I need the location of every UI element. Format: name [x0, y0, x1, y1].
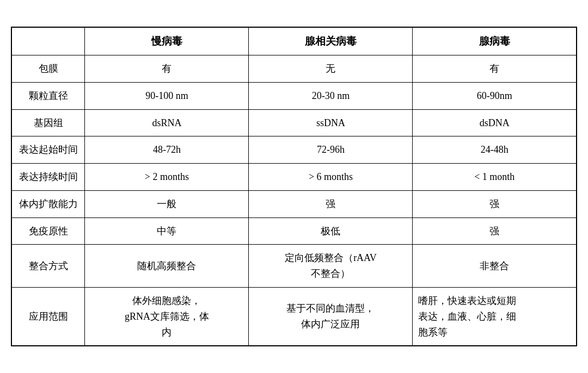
header-adenovirus: 腺病毒	[413, 27, 577, 55]
genome-aav: ssDNA	[249, 109, 413, 136]
envelope-aav: 无	[249, 55, 413, 82]
expr-dur-aav: > 6 months	[249, 164, 413, 191]
expr-dur-lenti: > 2 months	[85, 164, 249, 191]
row-expression-duration: 表达持续时间 > 2 months > 6 months < 1 month	[11, 164, 577, 191]
spread-aav: 强	[249, 190, 413, 217]
header-aav: 腺相关病毒	[249, 27, 413, 55]
integ-adeno: 非整合	[413, 245, 577, 288]
immuno-lenti: 中等	[85, 217, 249, 245]
header-empty	[11, 27, 85, 55]
label-genome: 基因组	[11, 109, 85, 136]
label-integration: 整合方式	[11, 245, 85, 288]
row-particle-size: 颗粒直径 90-100 nm 20-30 nm 60-90nm	[11, 82, 577, 109]
app-adeno: 嗜肝，快速表达或短期 表达，血液、心脏，细 胞系等	[413, 288, 577, 346]
genome-lenti: dsRNA	[85, 109, 249, 136]
integ-aav: 定向低频整合（rAAV 不整合）	[249, 245, 413, 288]
spread-adeno: 强	[413, 190, 577, 217]
label-immunogenicity: 免疫原性	[11, 217, 85, 245]
virus-comparison-table: 慢病毒 腺相关病毒 腺病毒 包膜 有 无 有 颗粒直径 90-100 nm 20…	[11, 27, 577, 347]
immuno-adeno: 强	[413, 217, 577, 245]
particle-aav: 20-30 nm	[249, 82, 413, 109]
envelope-adeno: 有	[413, 55, 577, 82]
expr-start-aav: 72-96h	[249, 136, 413, 164]
row-immunogenicity: 免疫原性 中等 极低 强	[11, 217, 577, 245]
row-integration: 整合方式 随机高频整合 定向低频整合（rAAV 不整合） 非整合	[11, 245, 577, 288]
spread-lenti: 一般	[85, 190, 249, 217]
row-application: 应用范围 体外细胞感染， gRNA文库筛选，体 内 基于不同的血清型， 体内广泛…	[11, 288, 577, 346]
row-envelope: 包膜 有 无 有	[11, 55, 577, 82]
comparison-table-container: 慢病毒 腺相关病毒 腺病毒 包膜 有 无 有 颗粒直径 90-100 nm 20…	[11, 27, 577, 347]
envelope-lenti: 有	[85, 55, 249, 82]
label-expression-duration: 表达持续时间	[11, 164, 85, 191]
label-envelope: 包膜	[11, 55, 85, 82]
app-lenti: 体外细胞感染， gRNA文库筛选，体 内	[85, 288, 249, 346]
integ-lenti: 随机高频整合	[85, 245, 249, 288]
expr-start-lenti: 48-72h	[85, 136, 249, 164]
immuno-aav: 极低	[249, 217, 413, 245]
row-genome: 基因组 dsRNA ssDNA dsDNA	[11, 109, 577, 136]
label-expression-start: 表达起始时间	[11, 136, 85, 164]
app-aav: 基于不同的血清型， 体内广泛应用	[249, 288, 413, 346]
label-particle-size: 颗粒直径	[11, 82, 85, 109]
label-spread: 体内扩散能力	[11, 190, 85, 217]
expr-dur-adeno: < 1 month	[413, 164, 577, 191]
particle-lenti: 90-100 nm	[85, 82, 249, 109]
header-row: 慢病毒 腺相关病毒 腺病毒	[11, 27, 577, 55]
expr-start-adeno: 24-48h	[413, 136, 577, 164]
genome-adeno: dsDNA	[413, 109, 577, 136]
particle-adeno: 60-90nm	[413, 82, 577, 109]
label-application: 应用范围	[11, 288, 85, 346]
row-expression-start: 表达起始时间 48-72h 72-96h 24-48h	[11, 136, 577, 164]
header-lentivirus: 慢病毒	[85, 27, 249, 55]
row-spread: 体内扩散能力 一般 强 强	[11, 190, 577, 217]
